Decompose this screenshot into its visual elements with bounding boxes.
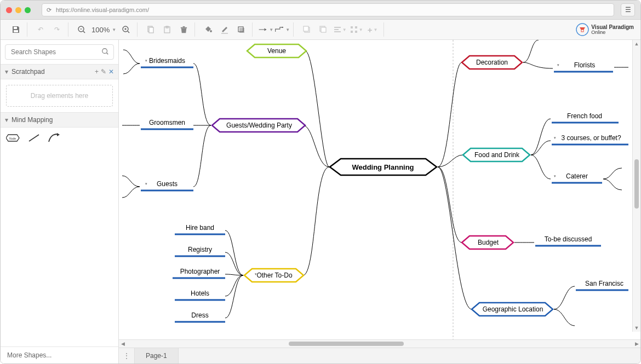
zoom-in-button[interactable] xyxy=(118,22,134,37)
vertical-scrollbar[interactable]: ▲ ▼ xyxy=(632,40,640,332)
svg-text:To-be discussed: To-be discussed xyxy=(545,235,592,243)
node-food[interactable]: Food and Drink xyxy=(463,148,530,161)
node-3courses[interactable]: 3 courses, or buffet?▾ xyxy=(552,134,628,145)
browser-menu-icon[interactable]: ☰ xyxy=(621,3,635,16)
scratchpad-close-icon[interactable]: ✕ xyxy=(108,68,114,76)
diagram-canvas[interactable]: .conn{fill:none;stroke:#000;stroke-width… xyxy=(119,40,640,339)
scratchpad-edit-icon[interactable]: ✎ xyxy=(101,68,106,76)
node-budget[interactable]: Budget xyxy=(462,236,513,249)
page-tab-bar: ⋮ Page-1 xyxy=(119,348,640,363)
scroll-down-icon[interactable]: ▼ xyxy=(633,324,640,332)
svg-text:Caterer: Caterer xyxy=(566,172,588,180)
node-root[interactable]: Wedding Planning xyxy=(330,159,437,175)
vp-logo-icon xyxy=(576,23,589,36)
vscroll-thumb[interactable] xyxy=(634,159,639,209)
svg-line-6 xyxy=(128,31,129,33)
line-color-button[interactable] xyxy=(217,22,232,37)
node-dress[interactable]: Dress xyxy=(175,311,225,322)
collapse-icon[interactable]: ▾ xyxy=(5,116,8,124)
node-bridesmaids[interactable]: Bridesmaids ▾ xyxy=(141,57,193,67)
svg-text:Budget: Budget xyxy=(478,239,499,246)
delete-button[interactable] xyxy=(176,22,191,37)
scroll-right-icon[interactable]: ▶ xyxy=(633,340,640,348)
scratchpad-header[interactable]: ▾ Scratchpad + ✎ ✕ xyxy=(1,64,118,79)
minimize-window-dot[interactable] xyxy=(15,7,21,13)
add-shape-button[interactable]: +▼ xyxy=(365,22,380,37)
node-registry[interactable]: Registry xyxy=(175,246,225,256)
node-tobediscussed[interactable]: To-be discussed xyxy=(535,235,601,246)
node-groomsmen[interactable]: Groomsmen xyxy=(141,119,193,129)
more-shapes-button[interactable]: More Shapes... xyxy=(1,346,118,363)
svg-text:Other To-Do: Other To-Do xyxy=(256,271,292,279)
svg-text:Groomsmen: Groomsmen xyxy=(149,119,185,126)
svg-text:▾: ▾ xyxy=(255,272,257,276)
node-caterer[interactable]: Caterer▾ xyxy=(552,172,602,183)
svg-text:Geographic Location: Geographic Location xyxy=(483,305,543,313)
node-frenchfood[interactable]: French food xyxy=(552,112,619,123)
distribute-button[interactable]: ▼ xyxy=(348,22,364,37)
close-window-dot[interactable] xyxy=(6,7,12,13)
svg-rect-26 xyxy=(334,29,339,30)
address-bar[interactable]: ⟳ https://online.visual-paradigm.com/ xyxy=(42,3,614,16)
svg-text:Dress: Dress xyxy=(191,311,208,319)
svg-line-37 xyxy=(29,135,39,141)
svg-rect-22 xyxy=(304,26,308,31)
node-decoration[interactable]: Decoration xyxy=(462,56,522,69)
fill-color-button[interactable] xyxy=(201,22,216,37)
node-gwp[interactable]: Guests/Wedding Party xyxy=(212,119,305,132)
redo-button[interactable]: ↷ xyxy=(49,22,65,37)
diagram-canvas-area: ⋮ .conn{fill:none;stroke:#000;stroke-wid… xyxy=(119,40,640,363)
align-button[interactable]: ▼ xyxy=(332,22,347,37)
page-menu-icon[interactable]: ⋮ xyxy=(119,348,135,363)
node-other[interactable]: Other To-Do ▾ xyxy=(244,269,304,282)
search-shapes-input[interactable] xyxy=(5,44,114,60)
undo-button[interactable]: ↶ xyxy=(33,22,48,37)
reload-icon[interactable]: ⟳ xyxy=(47,7,51,14)
save-button[interactable] xyxy=(8,22,24,37)
shapes-panel: ▾ Scratchpad + ✎ ✕ Drag elements here ▾ … xyxy=(1,40,119,363)
connection-style-button[interactable]: ▼ xyxy=(258,22,273,37)
scroll-left-icon[interactable]: ◀ xyxy=(119,340,127,348)
node-venue[interactable]: Venue xyxy=(247,44,306,57)
node-photographer[interactable]: Photographer xyxy=(173,268,225,278)
product-logo[interactable]: Visual ParadigmOnline xyxy=(576,23,636,36)
svg-rect-17 xyxy=(239,28,244,33)
scratchpad-add-icon[interactable]: + xyxy=(95,68,99,76)
node-hireband[interactable]: Hire band xyxy=(175,224,225,234)
scratchpad-dropzone[interactable]: Drag elements here xyxy=(6,85,113,107)
zoom-out-button[interactable] xyxy=(74,22,89,37)
horizontal-scrollbar[interactable]: ◀ ▶ xyxy=(119,339,640,348)
copy-button[interactable] xyxy=(143,22,158,37)
svg-point-20 xyxy=(282,27,283,28)
mindmap-stencils: Node xyxy=(1,128,118,148)
svg-text:Food and Drink: Food and Drink xyxy=(474,151,520,159)
mindmapping-header[interactable]: ▾ Mind Mapping xyxy=(1,112,118,128)
svg-text:Node: Node xyxy=(9,137,16,140)
node-geo[interactable]: Geographic Location xyxy=(472,303,553,316)
maximize-window-dot[interactable] xyxy=(25,7,31,13)
node-hotels[interactable]: Hotels xyxy=(175,290,225,300)
to-back-button[interactable] xyxy=(316,22,331,37)
page-tab[interactable]: Page-1 xyxy=(135,348,179,363)
waypoint-style-button[interactable]: ▼ xyxy=(274,22,290,37)
branch-line-stencil[interactable] xyxy=(28,134,40,142)
svg-text:3 courses, or buffet?: 3 courses, or buffet? xyxy=(561,134,621,142)
scroll-up-icon[interactable]: ▲ xyxy=(633,40,640,48)
node-florists[interactable]: Florists▾ xyxy=(554,61,613,72)
shadow-button[interactable] xyxy=(233,22,249,37)
window-traffic-lights[interactable] xyxy=(6,7,31,13)
svg-point-15 xyxy=(210,30,212,32)
to-front-button[interactable] xyxy=(299,22,314,37)
zoom-level[interactable]: 100%▼ xyxy=(90,26,117,34)
svg-text:Guests/Wedding Party: Guests/Wedding Party xyxy=(226,122,292,129)
node-sanfrancisc[interactable]: San Francisc xyxy=(576,280,628,290)
svg-text:Photographer: Photographer xyxy=(180,268,220,275)
search-icon[interactable] xyxy=(101,48,109,57)
paste-button[interactable] xyxy=(159,22,175,37)
hscroll-thumb[interactable] xyxy=(289,342,404,346)
node-guests[interactable]: Guests ▾ xyxy=(141,180,193,190)
branch-curve-stencil[interactable] xyxy=(48,133,61,143)
node-stencil[interactable]: Node xyxy=(6,134,20,142)
collapse-icon[interactable]: ▾ xyxy=(5,68,8,76)
svg-text:▾: ▾ xyxy=(554,136,556,140)
